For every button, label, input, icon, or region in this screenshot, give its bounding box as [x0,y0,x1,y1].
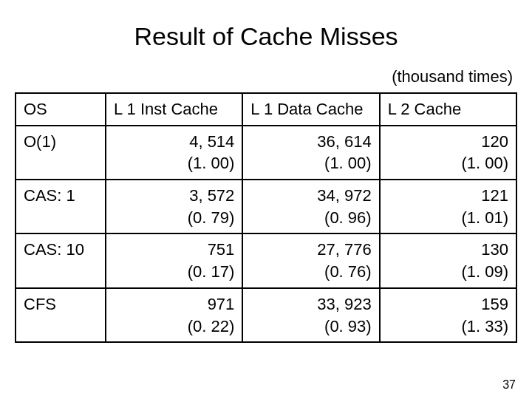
col-header-l2: L 2 Cache [380,93,516,126]
col-header-l1d: L 1 Data Cache [242,93,379,126]
cell-l2: 130(1. 09) [380,233,516,287]
cell-l2: 159(1. 33) [380,288,516,342]
table-header-row: OS L 1 Inst Cache L 1 Data Cache L 2 Cac… [16,93,516,126]
table-row: CAS: 10 751(0. 17) 27, 776(0. 76) 130(1.… [16,233,516,287]
cell-os: CAS: 10 [16,233,106,287]
slide-subtitle: (thousand times) [15,67,513,86]
cell-l1-data: 33, 923(0. 93) [242,288,379,342]
cell-l1-inst: 3, 572(0. 79) [106,180,242,233]
cell-os: CAS: 1 [16,180,106,233]
cell-l1-inst: 971(0. 22) [106,288,242,342]
slide-title: Result of Cache Misses [15,22,517,51]
table-row: CFS 971(0. 22) 33, 923(0. 93) 159(1. 33) [16,288,516,342]
cell-os: CFS [16,288,106,342]
page-number: 37 [502,378,516,392]
cell-l1-data: 27, 776(0. 76) [242,233,379,287]
table-row: O(1) 4, 514(1. 00) 36, 614(1. 00) 120(1.… [16,126,516,180]
table-row: CAS: 1 3, 572(0. 79) 34, 972(0. 96) 121(… [16,180,516,233]
col-header-l1i: L 1 Inst Cache [106,93,242,126]
cell-os: O(1) [16,126,106,180]
cell-l2: 121(1. 01) [380,180,516,233]
slide: Result of Cache Misses (thousand times) … [0,0,532,399]
cell-l1-inst: 751(0. 17) [106,233,242,287]
cell-l1-data: 36, 614(1. 00) [242,126,379,180]
col-header-os: OS [16,93,106,126]
cache-miss-table: OS L 1 Inst Cache L 1 Data Cache L 2 Cac… [15,92,517,343]
cell-l1-data: 34, 972(0. 96) [242,180,379,233]
cell-l1-inst: 4, 514(1. 00) [106,126,242,180]
cell-l2: 120(1. 00) [380,126,516,180]
